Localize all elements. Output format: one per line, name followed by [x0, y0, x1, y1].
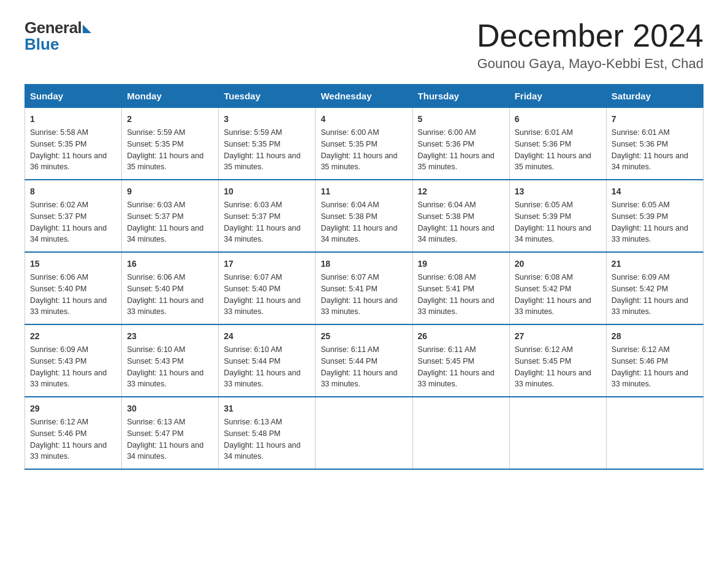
day-number: 13: [515, 185, 601, 198]
calendar-day-cell: 24Sunrise: 6:10 AMSunset: 5:44 PMDayligh…: [219, 324, 316, 397]
calendar-day-cell: [509, 397, 606, 469]
day-number: 5: [418, 113, 504, 126]
calendar-day-cell: 6Sunrise: 6:01 AMSunset: 5:36 PMDaylight…: [509, 108, 606, 180]
calendar-day-cell: 16Sunrise: 6:06 AMSunset: 5:40 PMDayligh…: [122, 252, 219, 324]
month-title: December 2024: [477, 18, 703, 53]
calendar-table: SundayMondayTuesdayWednesdayThursdayFrid…: [25, 84, 703, 470]
day-number: 3: [224, 113, 310, 126]
day-number: 27: [515, 330, 601, 343]
calendar-day-cell: 18Sunrise: 6:07 AMSunset: 5:41 PMDayligh…: [316, 252, 412, 324]
calendar-day-cell: 7Sunrise: 6:01 AMSunset: 5:36 PMDaylight…: [606, 108, 703, 180]
calendar-day-cell: 4Sunrise: 6:00 AMSunset: 5:35 PMDaylight…: [316, 108, 412, 180]
calendar-day-header: Friday: [509, 85, 606, 108]
calendar-day-cell: 15Sunrise: 6:06 AMSunset: 5:40 PMDayligh…: [25, 252, 122, 324]
day-number: 23: [127, 330, 213, 343]
day-number: 28: [612, 330, 698, 343]
calendar-day-cell: 9Sunrise: 6:03 AMSunset: 5:37 PMDaylight…: [122, 180, 219, 252]
calendar-day-cell: [316, 397, 412, 469]
day-number: 20: [515, 258, 601, 270]
calendar-day-cell: 31Sunrise: 6:13 AMSunset: 5:48 PMDayligh…: [219, 397, 316, 469]
calendar-day-cell: 11Sunrise: 6:04 AMSunset: 5:38 PMDayligh…: [316, 180, 412, 252]
location-title: Gounou Gaya, Mayo-Kebbi Est, Chad: [477, 56, 703, 72]
day-number: 7: [612, 113, 698, 126]
calendar-week-row: 1Sunrise: 5:58 AMSunset: 5:35 PMDaylight…: [25, 108, 703, 180]
calendar-week-row: 22Sunrise: 6:09 AMSunset: 5:43 PMDayligh…: [25, 324, 703, 397]
day-number: 16: [127, 258, 213, 270]
calendar-week-row: 15Sunrise: 6:06 AMSunset: 5:40 PMDayligh…: [25, 252, 703, 324]
logo-arrow-icon: [83, 25, 91, 33]
day-number: 10: [224, 185, 310, 198]
calendar-day-cell: [412, 397, 509, 469]
logo: General Blue: [25, 18, 91, 54]
day-number: 8: [30, 185, 116, 198]
day-number: 2: [127, 113, 213, 126]
calendar-week-row: 29Sunrise: 6:12 AMSunset: 5:46 PMDayligh…: [25, 397, 703, 469]
calendar-day-cell: 26Sunrise: 6:11 AMSunset: 5:45 PMDayligh…: [412, 324, 509, 397]
calendar-day-header: Monday: [122, 85, 219, 108]
calendar-day-cell: 25Sunrise: 6:11 AMSunset: 5:44 PMDayligh…: [316, 324, 412, 397]
day-number: 30: [127, 402, 213, 415]
calendar-day-cell: 2Sunrise: 5:59 AMSunset: 5:35 PMDaylight…: [122, 108, 219, 180]
day-number: 1: [30, 113, 116, 126]
calendar-day-cell: 10Sunrise: 6:03 AMSunset: 5:37 PMDayligh…: [219, 180, 316, 252]
calendar-day-cell: 8Sunrise: 6:02 AMSunset: 5:37 PMDaylight…: [25, 180, 122, 252]
calendar-day-cell: [606, 397, 703, 469]
day-number: 6: [515, 113, 601, 126]
calendar-day-cell: 12Sunrise: 6:04 AMSunset: 5:38 PMDayligh…: [412, 180, 509, 252]
day-number: 22: [30, 330, 116, 343]
day-number: 19: [418, 258, 504, 270]
day-number: 25: [320, 330, 407, 343]
day-number: 15: [30, 258, 116, 270]
calendar-day-cell: 27Sunrise: 6:12 AMSunset: 5:45 PMDayligh…: [509, 324, 606, 397]
calendar-day-cell: 13Sunrise: 6:05 AMSunset: 5:39 PMDayligh…: [509, 180, 606, 252]
day-number: 26: [418, 330, 504, 343]
day-number: 29: [30, 402, 116, 415]
day-number: 31: [224, 402, 310, 415]
calendar-header-row: SundayMondayTuesdayWednesdayThursdayFrid…: [25, 85, 703, 108]
calendar-day-cell: 28Sunrise: 6:12 AMSunset: 5:46 PMDayligh…: [606, 324, 703, 397]
calendar-body: 1Sunrise: 5:58 AMSunset: 5:35 PMDaylight…: [25, 108, 703, 470]
calendar-week-row: 8Sunrise: 6:02 AMSunset: 5:37 PMDaylight…: [25, 180, 703, 252]
day-number: 24: [224, 330, 310, 343]
title-section: December 2024 Gounou Gaya, Mayo-Kebbi Es…: [477, 18, 703, 72]
calendar-day-cell: 17Sunrise: 6:07 AMSunset: 5:40 PMDayligh…: [219, 252, 316, 324]
page-header: General Blue December 2024 Gounou Gaya, …: [25, 18, 703, 72]
calendar-day-header: Sunday: [25, 85, 122, 108]
day-number: 12: [418, 185, 504, 198]
day-number: 21: [612, 258, 698, 270]
calendar-day-cell: 3Sunrise: 5:59 AMSunset: 5:35 PMDaylight…: [219, 108, 316, 180]
calendar-day-cell: 5Sunrise: 6:00 AMSunset: 5:36 PMDaylight…: [412, 108, 509, 180]
calendar-day-cell: 21Sunrise: 6:09 AMSunset: 5:42 PMDayligh…: [606, 252, 703, 324]
calendar-day-header: Thursday: [412, 85, 509, 108]
calendar-day-cell: 19Sunrise: 6:08 AMSunset: 5:41 PMDayligh…: [412, 252, 509, 324]
day-number: 14: [612, 185, 698, 198]
calendar-day-cell: 30Sunrise: 6:13 AMSunset: 5:47 PMDayligh…: [122, 397, 219, 469]
calendar-day-cell: 22Sunrise: 6:09 AMSunset: 5:43 PMDayligh…: [25, 324, 122, 397]
day-number: 17: [224, 258, 310, 270]
calendar-day-cell: 1Sunrise: 5:58 AMSunset: 5:35 PMDaylight…: [25, 108, 122, 180]
logo-blue-text: Blue: [25, 35, 59, 54]
calendar-day-cell: 29Sunrise: 6:12 AMSunset: 5:46 PMDayligh…: [25, 397, 122, 469]
calendar-day-header: Tuesday: [219, 85, 316, 108]
calendar-day-cell: 14Sunrise: 6:05 AMSunset: 5:39 PMDayligh…: [606, 180, 703, 252]
day-number: 11: [320, 185, 407, 198]
calendar-day-header: Saturday: [606, 85, 703, 108]
calendar-day-cell: 23Sunrise: 6:10 AMSunset: 5:43 PMDayligh…: [122, 324, 219, 397]
day-number: 4: [320, 113, 407, 126]
calendar-day-header: Wednesday: [316, 85, 412, 108]
day-number: 18: [320, 258, 407, 270]
calendar-day-cell: 20Sunrise: 6:08 AMSunset: 5:42 PMDayligh…: [509, 252, 606, 324]
day-number: 9: [127, 185, 213, 198]
